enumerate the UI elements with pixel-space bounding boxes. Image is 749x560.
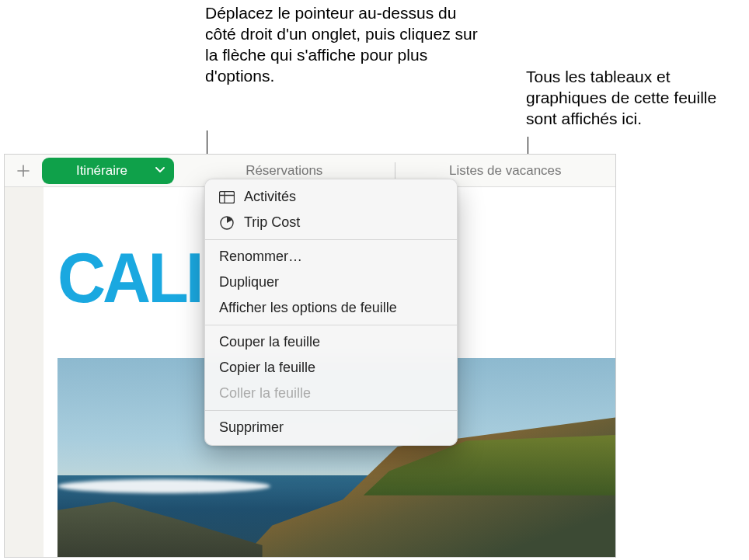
menu-item-paste: Coller la feuille — [205, 381, 457, 406]
menu-label: Couper la feuille — [219, 334, 443, 350]
menu-label: Renommer… — [219, 249, 443, 265]
menu-item-duplicate[interactable]: Dupliquer — [205, 270, 457, 295]
menu-label: Dupliquer — [219, 274, 443, 290]
tab-label: Itinéraire — [76, 163, 127, 179]
menu-item-copy[interactable]: Copier la feuille — [205, 355, 457, 381]
menu-item-show-options[interactable]: Afficher les options de feuille — [205, 295, 457, 321]
chevron-down-icon[interactable] — [155, 162, 165, 178]
menu-separator — [205, 325, 457, 325]
menu-item-rename[interactable]: Renommer… — [205, 244, 457, 270]
svg-rect-0 — [220, 191, 235, 203]
pie-chart-icon — [219, 215, 235, 231]
callout-right: Tous les tableaux et graphiques de cette… — [526, 67, 744, 130]
callout-left: Déplacez le pointeur au-dessus du côté d… — [205, 3, 485, 87]
tab-itineraire[interactable]: Itinéraire — [42, 158, 174, 184]
document-title: CALI — [57, 238, 201, 319]
menu-label: Afficher les options de feuille — [219, 300, 443, 316]
menu-label: Trip Cost — [244, 214, 443, 231]
add-sheet-button[interactable] — [5, 155, 42, 187]
tab-context-menu: Activités Trip Cost Renommer… Dupliquer … — [204, 179, 458, 446]
plus-icon — [16, 164, 30, 178]
table-icon — [219, 190, 235, 205]
tab-label: Listes de vacances — [449, 163, 562, 179]
menu-label: Copier la feuille — [219, 360, 443, 376]
menu-item-cut[interactable]: Couper la feuille — [205, 329, 457, 355]
tab-label: Réservations — [246, 163, 322, 179]
menu-item-delete[interactable]: Supprimer — [205, 415, 457, 440]
menu-item-activites[interactable]: Activités — [205, 184, 457, 210]
menu-label: Coller la feuille — [219, 385, 443, 402]
menu-separator — [205, 410, 457, 411]
menu-label: Supprimer — [219, 419, 443, 436]
menu-item-tripcost[interactable]: Trip Cost — [205, 210, 457, 235]
menu-label: Activités — [244, 189, 443, 205]
menu-separator — [205, 239, 457, 240]
